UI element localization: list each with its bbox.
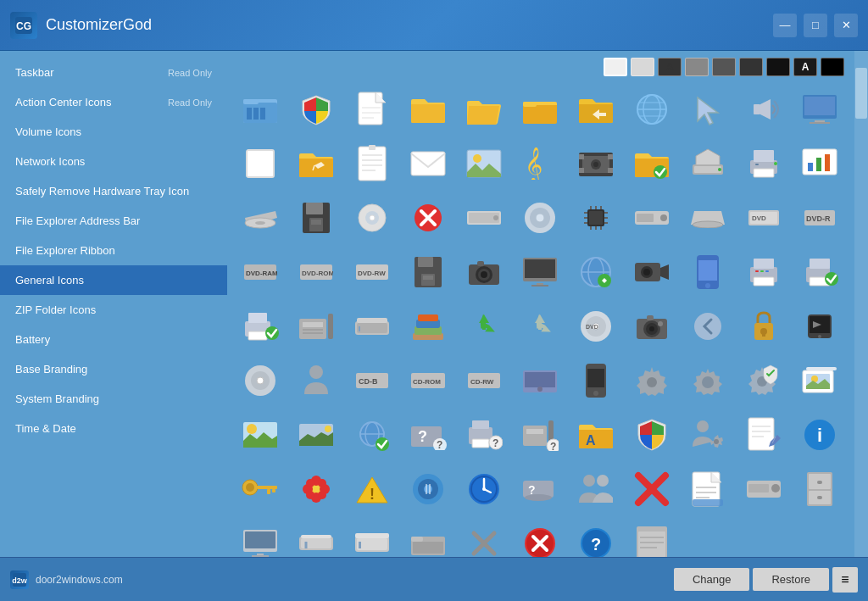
sidebar-item-volume-icons[interactable]: Volume Icons [0, 117, 227, 147]
icon-cell-chip[interactable] [570, 192, 622, 244]
icon-cell-phone-device[interactable] [570, 354, 622, 407]
minimize-button[interactable]: — [773, 14, 797, 37]
icon-cell-drive-flat2[interactable] [737, 463, 790, 515]
icon-cell-folder-arrow[interactable] [570, 83, 622, 136]
theme-swatch-darker[interactable] [766, 58, 790, 76]
icon-cell-drive-gray3[interactable] [682, 192, 734, 244]
icon-cell-recycle-empty[interactable] [514, 300, 566, 353]
icon-cell-folder-flat[interactable] [514, 83, 566, 136]
theme-swatch-dark[interactable] [739, 58, 763, 76]
icon-cell-windows-shield[interactable] [290, 83, 342, 136]
icon-cell-folder-flat2[interactable] [402, 517, 454, 557]
icon-cell-network-drive[interactable] [682, 137, 734, 190]
theme-swatch-mid-gray[interactable] [685, 58, 709, 76]
icon-cell-printer-color[interactable] [737, 246, 790, 298]
icon-cell-gear-settings2[interactable] [682, 354, 734, 407]
icon-cell-red-x[interactable] [402, 192, 454, 244]
icon-cell-recycle[interactable] [458, 300, 510, 353]
sidebar-item-zip-folder-icons[interactable]: ZIP Folder Icons [0, 295, 227, 325]
icon-cell-drive-gray[interactable] [234, 192, 287, 244]
icon-cell-monitor-flat[interactable] [514, 246, 566, 298]
icon-cell-dvd-rom[interactable]: DVD-ROM [290, 246, 342, 298]
icon-cell-camera[interactable] [626, 300, 678, 353]
icon-cell-gear-shield[interactable] [737, 354, 790, 407]
icon-cell-disc-circle[interactable] [346, 192, 398, 244]
icon-cell-dvd-rw[interactable]: DVD-RW [346, 246, 398, 298]
icon-cell-question-drive[interactable]: ?? [402, 409, 454, 461]
icon-cell-photo-collection[interactable] [793, 354, 846, 407]
sidebar-item-time-&-date[interactable]: Time & Date [0, 414, 227, 443]
sidebar-item-general-icons[interactable]: General Icons [0, 265, 227, 295]
icon-cell-person-multi[interactable] [570, 463, 622, 515]
theme-swatch-light-gray[interactable] [631, 58, 654, 76]
icon-cell-fax2[interactable]: ? [514, 409, 566, 461]
icon-cell-drive-img[interactable] [514, 354, 566, 407]
icon-cell-printer-ok[interactable] [793, 246, 846, 298]
icon-cell-cd-disc[interactable] [234, 354, 287, 407]
icon-cell-person-gray[interactable] [290, 354, 342, 407]
sidebar-item-file-explorer-address-bar[interactable]: File Explorer Address Bar [0, 206, 227, 236]
icon-cell-arrow-back[interactable] [682, 300, 734, 353]
icon-cell-printer-ok2[interactable] [234, 300, 287, 353]
icon-cell-cd-rom[interactable]: CD-ROM [402, 354, 454, 407]
icon-cell-disc-silver[interactable] [514, 192, 566, 244]
icon-cell-dvd-disc[interactable]: DVD [570, 300, 622, 353]
icon-cell-panorama[interactable] [290, 409, 342, 461]
icon-cell-lock-gold[interactable] [737, 300, 790, 353]
icon-cell-warning-yellow[interactable]: ! [346, 463, 398, 515]
icon-cell-monitor-blue[interactable] [793, 83, 846, 136]
icon-cell-doc-lines[interactable] [682, 463, 734, 515]
sidebar-item-battery[interactable]: Battery [0, 325, 227, 354]
sidebar-item-action-center-icons[interactable]: Action Center IconsRead Only [0, 87, 227, 117]
sidebar-item-file-explorer-ribbon[interactable]: File Explorer Ribbon [0, 236, 227, 265]
close-button[interactable]: ✕ [834, 14, 858, 37]
change-button[interactable]: Change [674, 568, 750, 591]
theme-swatch-light[interactable] [604, 58, 627, 76]
icon-cell-video-device[interactable] [793, 300, 846, 353]
icon-cell-globe-go[interactable] [570, 246, 622, 298]
icon-cell-gear-settings[interactable] [626, 354, 678, 407]
theme-swatch-black[interactable] [821, 58, 844, 76]
icon-cell-floppy[interactable] [402, 246, 454, 298]
sidebar-item-network-icons[interactable]: Network Icons [0, 147, 227, 176]
icon-cell-chart[interactable] [793, 137, 846, 190]
icon-cell-folder-library[interactable] [234, 83, 287, 136]
icon-cell-info-blue[interactable]: i [793, 409, 846, 461]
restore-button[interactable]: Restore [753, 568, 829, 591]
icon-cell-dvd-ram[interactable]: DVD-RAM [234, 246, 287, 298]
sidebar-item-safely-remove-hardware-tray-icon[interactable]: Safely Remove Hardware Tray Icon [0, 176, 227, 206]
icon-cell-video-film[interactable] [570, 137, 622, 190]
icon-cell-scanner[interactable] [346, 300, 398, 353]
theme-swatch-text-A[interactable]: A [658, 58, 682, 76]
icon-cell-question-circle[interactable]: ? [570, 517, 622, 557]
icon-cell-folder-open[interactable] [458, 83, 510, 136]
theme-swatch-text-A-dark[interactable]: A [793, 58, 817, 76]
icon-cell-drive-question[interactable]: ? [514, 463, 566, 515]
icon-cell-flower-red[interactable] [290, 463, 342, 515]
icon-cell-person-gear[interactable] [682, 409, 734, 461]
icon-cell-book-stack[interactable] [402, 300, 454, 353]
icon-cell-scanner2[interactable] [290, 517, 342, 557]
icon-cell-music-notes[interactable]: 𝄞 [514, 137, 566, 190]
icon-cell-drive-gray2[interactable] [458, 192, 510, 244]
sidebar-item-taskbar[interactable]: TaskbarRead Only [0, 58, 227, 87]
icon-cell-x-gray[interactable] [458, 517, 510, 557]
icon-cell-folder-edit[interactable] [290, 137, 342, 190]
icon-cell-cd-b[interactable]: CD-B [346, 354, 398, 407]
icon-cell-dvd-r[interactable]: DVD-R [793, 192, 846, 244]
icon-cell-cursor-arrow[interactable] [682, 83, 734, 136]
icon-cell-folder-yellow[interactable] [402, 83, 454, 136]
icon-cell-photo[interactable] [458, 137, 510, 190]
theme-swatch-dark-mid[interactable] [712, 58, 736, 76]
icon-cell-music-blue[interactable] [402, 463, 454, 515]
icon-cell-monitor-flat2[interactable] [234, 517, 287, 557]
sidebar-item-base-branding[interactable]: Base Branding [0, 354, 227, 384]
icon-cell-key-gold[interactable] [234, 463, 287, 515]
icon-cell-phone-blue[interactable] [682, 246, 734, 298]
icon-cell-dvd-label[interactable]: DVD [737, 192, 790, 244]
scrollbar-track[interactable] [854, 51, 868, 557]
icon-cell-printer-question[interactable]: ? [458, 409, 510, 461]
icon-cell-clock-blue[interactable] [458, 463, 510, 515]
icon-cell-cabinet[interactable] [793, 463, 846, 515]
icon-cell-drive-floppy[interactable] [290, 192, 342, 244]
